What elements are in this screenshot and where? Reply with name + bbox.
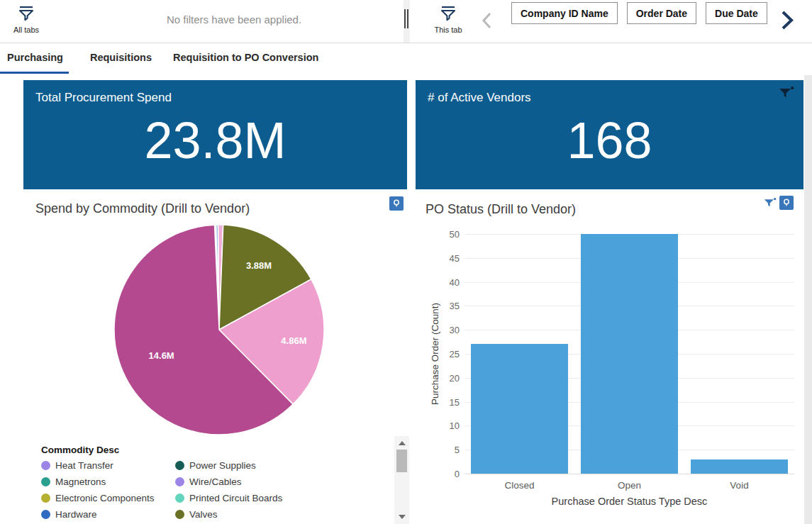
legend-item-label: Electronic Components xyxy=(55,493,155,503)
bar-open[interactable] xyxy=(581,234,678,474)
x-tick-label: Open xyxy=(581,480,678,491)
legend-swatch-icon xyxy=(175,494,184,503)
kpi-card-active-vendors[interactable]: # of Active Vendors 168 xyxy=(416,80,803,189)
filter-chip-order-date[interactable]: Order Date xyxy=(627,2,696,24)
chevron-right-icon[interactable] xyxy=(777,9,796,31)
y-tick-label: 45 xyxy=(430,253,460,264)
this-tab-label: This tab xyxy=(429,26,467,34)
chevron-left-icon[interactable] xyxy=(479,11,495,30)
legend-swatch-icon xyxy=(175,477,184,486)
legend-scrollbar[interactable] xyxy=(394,436,409,524)
pie-data-label: 4.86M xyxy=(281,335,306,346)
legend-item-hardware[interactable]: Hardware xyxy=(41,509,175,519)
legend-item-label: Wire/Cables xyxy=(189,476,242,487)
legend-item-power-supplies[interactable]: Power Supplies xyxy=(175,460,338,470)
tab-purchasing[interactable]: Purchasing xyxy=(0,43,69,74)
kpi-title: Total Procurement Spend xyxy=(35,91,172,105)
legend-item-label: Heat Transfer xyxy=(55,460,113,471)
dashboard-tab-bar: PurchasingRequisitionsRequisition to PO … xyxy=(0,43,812,74)
y-tick-label: 0 xyxy=(430,469,460,479)
legend-title: Commodity Desc xyxy=(41,445,338,455)
legend-swatch-icon xyxy=(41,477,50,486)
bar-void[interactable] xyxy=(691,459,788,474)
this-tab-filter-button[interactable]: This tab xyxy=(429,5,467,34)
filter-applied-icon[interactable] xyxy=(778,86,795,101)
insights-icon[interactable] xyxy=(389,196,404,211)
y-tick-label: 50 xyxy=(430,229,460,240)
pie-data-label: 14.6M xyxy=(149,350,174,360)
chart-title: Spend by Commodity (Drill to Vendor) xyxy=(35,201,250,216)
bar-closed[interactable] xyxy=(471,344,568,474)
kpi-value: 23.8M xyxy=(23,114,407,168)
legend-swatch-icon xyxy=(175,510,184,519)
tab-requisition-to-po-conversion[interactable]: Requisition to PO Conversion xyxy=(173,43,318,74)
no-filters-message: No filters have been applied. xyxy=(64,13,404,26)
legend-item-electronic-components[interactable]: Electronic Components xyxy=(41,493,175,503)
canvas-right-gutter xyxy=(804,75,812,524)
filter-toolbar: All tabs No filters have been applied. T… xyxy=(0,0,812,43)
legend-item-label: Valves xyxy=(189,509,218,520)
x-tick-label: Void xyxy=(691,480,788,491)
po-status-chart-card: PO Status (Drill to Vendor) 051015202530… xyxy=(416,195,803,524)
y-tick-label: 5 xyxy=(430,445,460,455)
legend-item-label: Magnetrons xyxy=(55,476,106,487)
kpi-card-total-procurement-spend[interactable]: Total Procurement Spend 23.8M xyxy=(23,80,407,189)
legend-swatch-icon xyxy=(41,461,50,470)
x-axis-title: Purchase Order Status Type Desc xyxy=(465,496,794,507)
y-tick-label: 10 xyxy=(430,420,460,431)
splitter-handle-icon xyxy=(404,9,408,28)
legend-item-printed-circuit-boards[interactable]: Printed Circuit Boards xyxy=(175,493,338,503)
filter-funnel-icon xyxy=(18,5,35,22)
lens-glyph xyxy=(391,198,402,209)
legend-item-valves[interactable]: Valves xyxy=(175,509,338,519)
legend-swatch-icon xyxy=(41,510,50,519)
gridline xyxy=(465,474,794,474)
pie-legend: Commodity Desc Heat TransferPower Suppli… xyxy=(41,445,338,519)
filter-chip-row: Company ID NameOrder DateDue DateV xyxy=(511,2,777,26)
legend-swatch-icon xyxy=(175,461,184,470)
legend-item-label: Printed Circuit Boards xyxy=(189,493,282,503)
dashboard-canvas: All tabs No filters have been applied. T… xyxy=(0,0,812,524)
scrollbar-thumb[interactable] xyxy=(396,450,407,472)
toolbar-splitter[interactable] xyxy=(404,0,410,43)
legend-item-heat-transfer[interactable]: Heat Transfer xyxy=(41,460,175,470)
all-tabs-filter-button[interactable]: All tabs xyxy=(7,5,45,34)
filter-funnel-icon xyxy=(440,5,457,22)
y-tick-label: 40 xyxy=(430,277,460,288)
scroll-up-icon[interactable] xyxy=(399,441,406,445)
all-tabs-label: All tabs xyxy=(7,26,45,34)
legend-item-wire-cables[interactable]: Wire/Cables xyxy=(175,476,338,486)
legend-grid: Heat TransferPower SuppliesMagnetronsWir… xyxy=(41,460,338,519)
pie-data-label: 3.88M xyxy=(246,260,272,271)
filter-chip-company-id-name[interactable]: Company ID Name xyxy=(511,2,618,24)
kpi-value: 168 xyxy=(416,114,803,168)
spend-by-commodity-chart-card: Spend by Commodity (Drill to Vendor) 3.8… xyxy=(23,195,407,524)
legend-item-label: Hardware xyxy=(55,509,97,520)
tab-requisitions[interactable]: Requisitions xyxy=(90,43,152,74)
filter-chip-due-date[interactable]: Due Date xyxy=(706,2,767,24)
legend-swatch-icon xyxy=(41,494,50,503)
kpi-title: # of Active Vendors xyxy=(428,91,531,105)
legend-item-magnetrons[interactable]: Magnetrons xyxy=(41,476,175,486)
po-status-bar-chart: 05101520253035404550ClosedOpenVoidPurcha… xyxy=(416,195,803,524)
legend-item-label: Power Supplies xyxy=(189,460,256,471)
y-axis-title: Purchase Order (Count) xyxy=(430,303,440,405)
x-tick-label: Closed xyxy=(471,480,568,491)
commodity-pie-chart xyxy=(109,220,329,440)
scroll-down-icon[interactable] xyxy=(399,515,406,519)
